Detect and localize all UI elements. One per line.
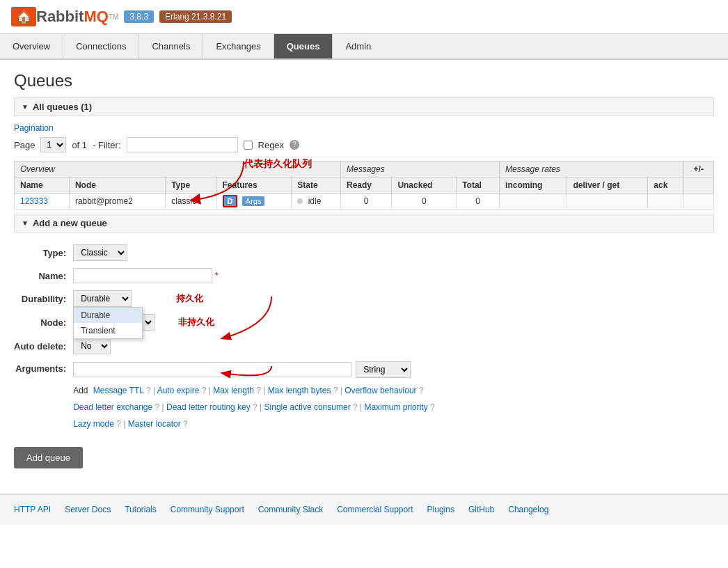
type-row: Type: Classic Quorum <box>14 241 435 265</box>
cell-total: 0 <box>457 194 500 210</box>
nav-overview[interactable]: Overview <box>0 34 63 58</box>
add-queue-label: Add a new queue <box>33 218 107 228</box>
arg-link-master-locator[interactable]: Master locator <box>128 419 181 429</box>
arguments-input[interactable] <box>73 362 351 377</box>
th-type: Type <box>166 178 216 194</box>
footer-http-api[interactable]: HTTP API <box>14 505 51 514</box>
type-select[interactable]: Classic Quorum <box>73 244 127 261</box>
logo: 🏠 Rabbit MQ TM <box>11 7 118 26</box>
state-dot <box>297 198 303 204</box>
header: 🏠 Rabbit MQ TM 3.8.3 Erlang 21.3.8.21 <box>0 0 728 34</box>
cell-name: 123333 <box>15 194 70 210</box>
cell-incoming <box>500 194 567 210</box>
cell-deliver-get <box>567 194 648 210</box>
th-overview: Overview <box>15 161 341 178</box>
main-content: Queues ▼ All queues (1) Pagination Page … <box>0 60 728 480</box>
th-total: Total <box>457 178 500 194</box>
durability-option-transient[interactable]: Transient <box>74 323 142 338</box>
cell-node: rabbit@prome2 <box>69 194 165 210</box>
footer: HTTP API Server Docs Tutorials Community… <box>0 494 728 524</box>
cell-ack <box>648 194 683 210</box>
all-queues-header[interactable]: ▼ All queues (1) <box>14 97 714 116</box>
th-empty <box>683 178 713 194</box>
th-features: Features <box>216 178 292 194</box>
footer-server-docs[interactable]: Server Docs <box>65 505 111 514</box>
name-input[interactable] <box>73 268 212 283</box>
add-arrow-icon: ▼ <box>22 219 29 227</box>
add-queue-header[interactable]: ▼ Add a new queue <box>14 214 714 232</box>
queue-name-link[interactable]: 123333 <box>20 196 48 206</box>
durability-value-cell: Durable Transient Durable Transient <box>73 287 435 310</box>
arg-link-overflow[interactable]: Overflow behaviour <box>345 386 416 395</box>
of-label: of 1 <box>72 140 87 150</box>
durability-dropdown-menu: Durable Transient <box>73 307 143 339</box>
nav-exchanges[interactable]: Exchanges <box>203 34 274 58</box>
footer-github[interactable]: GitHub <box>468 505 494 514</box>
add-queue-button[interactable]: Add queue <box>14 447 83 468</box>
page-select[interactable]: 1 <box>40 137 66 152</box>
arg-link-message-ttl[interactable]: Message TTL <box>93 386 144 395</box>
pagination-controls: Page 1 of 1 - Filter: Regex ? <box>14 137 714 152</box>
page-label: Page <box>14 140 35 150</box>
th-incoming: incoming <box>500 178 567 194</box>
arg-link-auto-expire[interactable]: Auto expire <box>157 386 200 395</box>
add-queue-form-area: Type: Classic Quorum Name: <box>14 241 714 436</box>
cell-state: idle <box>292 194 341 210</box>
pagination-section: Pagination Page 1 of 1 - Filter: Regex ? <box>14 123 714 152</box>
arg-link-single-active-consumer[interactable]: Single active consumer <box>264 402 351 412</box>
feature-d-badge[interactable]: D <box>223 195 238 207</box>
nav-queues[interactable]: Queues <box>274 34 333 58</box>
filter-input[interactable] <box>127 137 238 152</box>
arguments-value-cell: String Number Boolean List Add Message T… <box>73 358 435 436</box>
footer-community-support[interactable]: Community Support <box>171 505 244 514</box>
th-state: State <box>292 178 341 194</box>
add-queue-section: ▼ Add a new queue Type: Classic Quorum <box>14 214 714 468</box>
erlang-badge: Erlang 21.3.8.21 <box>159 10 232 23</box>
th-node: Node <box>69 178 165 194</box>
regex-checkbox[interactable] <box>244 141 253 150</box>
name-label-cell: Name: <box>14 265 73 287</box>
page-title: Queues <box>14 71 714 90</box>
durability-select[interactable]: Durable Transient <box>73 290 132 307</box>
auto-delete-select[interactable]: No Yes <box>73 338 111 354</box>
annotation-durable-label: 持久化 <box>176 293 203 303</box>
arg-link-dead-letter-routing-key[interactable]: Dead letter routing key <box>166 402 251 412</box>
cell-type: classic <box>166 194 216 210</box>
filter-label: - Filter: <box>93 140 120 150</box>
footer-tutorials[interactable]: Tutorials <box>125 505 157 514</box>
nav-connections[interactable]: Connections <box>63 34 139 58</box>
th-messages: Messages <box>340 161 499 178</box>
arguments-type-select[interactable]: String Number Boolean List <box>356 361 411 378</box>
name-row: Name: * <box>14 265 435 287</box>
feature-args-badge[interactable]: Args <box>242 196 265 206</box>
nav-admin[interactable]: Admin <box>333 34 383 58</box>
add-label: Add <box>73 386 88 395</box>
footer-commercial-support[interactable]: Commercial Support <box>337 505 413 514</box>
regex-help-icon[interactable]: ? <box>290 140 299 150</box>
all-queues-section: ▼ All queues (1) Pagination Page 1 of 1 … <box>14 97 714 200</box>
durability-option-durable[interactable]: Durable <box>74 308 142 323</box>
arg-link-max-length[interactable]: Max length <box>213 386 254 395</box>
arrow-down-icon: ▼ <box>22 103 29 111</box>
arg-link-max-length-bytes[interactable]: Max length bytes <box>268 386 331 395</box>
th-pm[interactable]: +/- <box>683 161 713 178</box>
th-ready: Ready <box>340 178 391 194</box>
th-unacked: Unacked <box>392 178 457 194</box>
arg-links-row: Add Message TTL ? | Auto expire ? | Max … <box>73 382 435 432</box>
logo-rabbit: Rabbit <box>36 8 84 26</box>
nav-channels[interactable]: Channels <box>139 34 203 58</box>
footer-plugins[interactable]: Plugins <box>427 505 454 514</box>
name-value-cell: * <box>73 265 435 287</box>
arg-link-dead-letter-exchange[interactable]: Dead letter exchange <box>73 402 152 412</box>
arg-link-maximum-priority[interactable]: Maximum priority <box>364 402 427 412</box>
durability-row: Durability: Durable Transient Durable <box>14 287 435 310</box>
node-label-cell: Node: <box>14 310 73 334</box>
annotation-nondurable-label: 非持久化 <box>178 317 214 327</box>
arg-link-lazy-mode[interactable]: Lazy mode <box>73 419 114 429</box>
footer-changelog[interactable]: Changelog <box>508 505 548 514</box>
footer-community-slack[interactable]: Community Slack <box>258 505 323 514</box>
table-row[interactable]: 123333 rabbit@prome2 classic D Args idle… <box>15 194 714 210</box>
auto-delete-label-cell: Auto delete: <box>14 334 73 358</box>
regex-label: Regex <box>258 140 285 150</box>
cell-extra <box>683 194 713 210</box>
